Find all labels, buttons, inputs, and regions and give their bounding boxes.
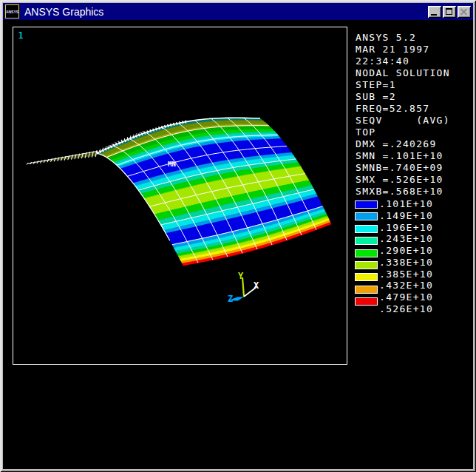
legend-color-swatch [355,237,378,245]
maximize-button[interactable] [443,6,456,18]
legend-value-label: .432E+10 [379,280,433,291]
triad-z-label: Z [228,294,233,304]
legend-info-line: SMNB=.740E+09 [356,162,443,174]
legend-info-line: TOP [356,127,375,138]
legend-info-line: SMXB=.568E+10 [356,186,443,198]
legend-color-swatch [355,273,378,281]
legend-info-line: SMX =.526E+10 [356,174,443,186]
legend-color-swatch [355,200,378,209]
legend-value-label: .149E+10 [379,210,433,222]
contour-plot-canvas[interactable]: MN1YXZ [13,27,347,364]
app-icon[interactable]: ANSYS [5,4,19,18]
minimize-button[interactable] [428,6,441,18]
close-icon [460,7,468,16]
app-icon-label: ANSYS [6,10,18,14]
minimize-icon [431,14,437,16]
legend-info-line: DMX =.240269 [356,138,437,150]
legend-color-swatch [355,286,378,294]
legend-color-swatch [355,249,378,257]
legend-color-swatch [355,225,378,233]
legend-info-line: FREQ=52.857 [356,103,429,115]
legend-info-line: STEP=1 [356,79,396,91]
legend-value-label: .290E+10 [379,245,433,257]
window-title: ANSYS Graphics [24,6,426,18]
legend-value-label: .338E+10 [379,257,433,269]
legend-color-swatch [355,212,378,220]
triad: YXZ [228,271,259,304]
sliver-hatch-tick [27,163,28,165]
legend-info-line: ANSYS 5.2 [356,32,416,44]
legend-color-swatch [355,261,378,269]
legend-value-label: .243E+10 [379,233,433,245]
legend-info-line: 22:34:40 [356,55,409,67]
legend-info-line: SEQV (AVG) [356,115,450,127]
legend-value-label: .196E+10 [379,222,433,234]
plot-viewport[interactable]: MN1YXZ [13,27,347,365]
legend-value-label: .479E+10 [379,291,433,303]
ansys-graphics-window: ANSYS ANSYS Graphics MN1YXZ ANSYS 5.2MAR… [0,0,476,472]
window-number-label: 1 [18,30,24,41]
graphics-client-area: MN1YXZ ANSYS 5.2MAR 21 199722:34:40NODAL… [3,20,473,469]
legend-info-line: SMN =.101E+10 [356,150,443,162]
legend-info-line: SUB =2 [356,91,396,103]
triad-y-label: Y [238,271,244,281]
legend-info-line: NODAL SOLUTION [356,67,450,79]
legend-value-label: .526E+10 [379,303,433,315]
min-marker-label: MN [168,161,176,168]
triad-x-label: X [254,280,259,291]
close-button[interactable] [458,6,471,18]
legend-value-label: .385E+10 [379,269,433,280]
legend-value-label: .101E+10 [379,198,433,210]
legend-info-line: MAR 21 1997 [356,44,429,55]
maximize-icon [446,8,452,15]
legend-color-swatch [355,297,378,306]
title-bar[interactable]: ANSYS ANSYS Graphics [3,3,473,20]
